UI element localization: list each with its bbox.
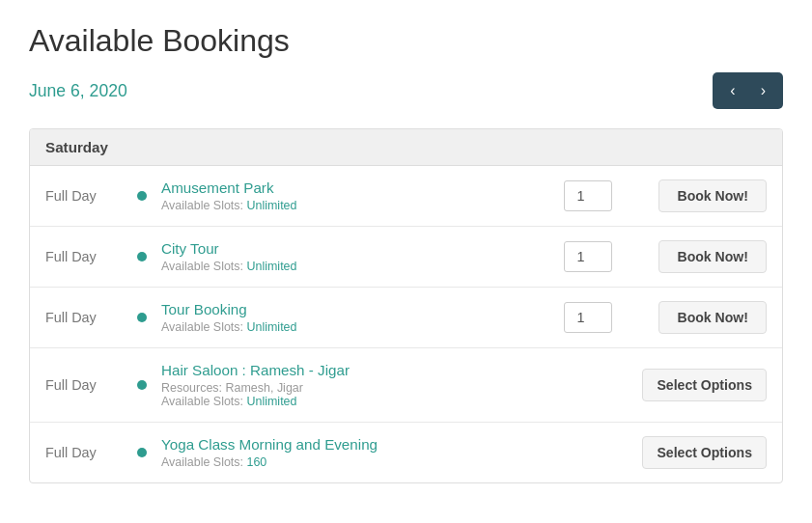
status-dot: [137, 448, 147, 457]
select-options-button[interactable]: Select Options: [642, 436, 767, 469]
booking-dot: [132, 191, 152, 201]
status-dot: [137, 313, 147, 322]
booking-action: Select Options: [622, 436, 767, 469]
bookings-table: Saturday Full DayAmusement ParkAvailable…: [29, 128, 783, 483]
booking-qty: [554, 302, 622, 333]
status-dot: [137, 252, 147, 262]
booking-name: Amusement Park: [161, 179, 554, 196]
quantity-input[interactable]: [564, 241, 612, 272]
header-row: June 6, 2020 ‹ ›: [29, 72, 783, 109]
booking-dot: [132, 448, 152, 457]
booking-row: Full DayTour BookingAvailable Slots: Unl…: [30, 288, 782, 348]
select-options-button[interactable]: Select Options: [642, 369, 767, 401]
booking-action: Book Now!: [622, 301, 767, 334]
booking-action: Book Now!: [622, 179, 767, 212]
booking-info: Hair Saloon : Ramesh - JigarResources: R…: [152, 362, 554, 408]
booking-row: Full DayHair Saloon : Ramesh - JigarReso…: [30, 348, 782, 423]
booking-action: Book Now!: [622, 240, 767, 273]
page-title: Available Bookings: [29, 23, 783, 59]
booking-resources: Resources: Ramesh, Jigar: [161, 381, 554, 395]
booking-action: Select Options: [622, 369, 767, 401]
booking-info: Amusement ParkAvailable Slots: Unlimited: [152, 179, 554, 212]
status-dot: [137, 191, 147, 201]
booking-dot: [132, 313, 152, 322]
booking-name: City Tour: [161, 240, 554, 257]
booking-name: Tour Booking: [161, 301, 554, 317]
booking-slots: Available Slots: Unlimited: [161, 395, 554, 408]
booking-name: Hair Saloon : Ramesh - Jigar: [161, 362, 554, 378]
booking-time: Full Day: [45, 445, 132, 460]
booking-time: Full Day: [45, 310, 132, 325]
booking-name: Yoga Class Morning and Evening: [161, 436, 554, 453]
booking-time: Full Day: [45, 249, 132, 264]
prev-button[interactable]: ‹: [718, 76, 746, 105]
next-button[interactable]: ›: [749, 76, 777, 105]
booking-row: Full DayAmusement ParkAvailable Slots: U…: [30, 166, 782, 227]
date-label: June 6, 2020: [29, 81, 127, 101]
booking-dot: [132, 252, 152, 262]
booking-slots: Available Slots: 160: [161, 455, 554, 469]
booking-qty: [554, 180, 622, 211]
booking-time: Full Day: [45, 188, 132, 204]
booking-row: Full DayYoga Class Morning and EveningAv…: [30, 423, 782, 482]
booking-info: Yoga Class Morning and EveningAvailable …: [152, 436, 554, 469]
booking-dot: [132, 380, 152, 390]
nav-buttons: ‹ ›: [713, 72, 783, 109]
book-now-button[interactable]: Book Now!: [658, 301, 767, 334]
book-now-button[interactable]: Book Now!: [658, 179, 767, 212]
booking-slots: Available Slots: Unlimited: [161, 260, 554, 273]
booking-info: City TourAvailable Slots: Unlimited: [152, 240, 554, 273]
booking-time: Full Day: [45, 377, 132, 393]
quantity-input[interactable]: [564, 302, 612, 333]
section-header: Saturday: [30, 129, 782, 166]
booking-info: Tour BookingAvailable Slots: Unlimited: [152, 301, 554, 334]
booking-row: Full DayCity TourAvailable Slots: Unlimi…: [30, 227, 782, 288]
booking-rows: Full DayAmusement ParkAvailable Slots: U…: [30, 166, 782, 482]
status-dot: [137, 380, 147, 390]
quantity-input[interactable]: [564, 180, 612, 211]
booking-slots: Available Slots: Unlimited: [161, 199, 554, 212]
book-now-button[interactable]: Book Now!: [658, 240, 767, 273]
booking-slots: Available Slots: Unlimited: [161, 320, 554, 334]
booking-qty: [554, 241, 622, 272]
